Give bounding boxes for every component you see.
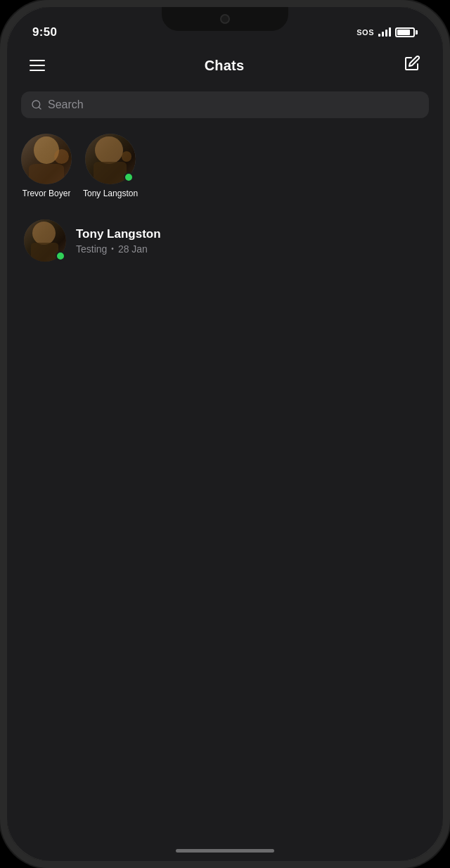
chat-preview-tony: Testing • 28 Jan: [76, 243, 426, 255]
chat-name-tony: Tony Langston: [76, 227, 426, 241]
story-avatar-wrap: [21, 134, 72, 184]
chat-item-tony-langston[interactable]: Tony Langston Testing • 28 Jan: [18, 211, 432, 270]
chat-list: Tony Langston Testing • 28 Jan: [7, 211, 443, 270]
search-icon: [31, 99, 42, 110]
compose-icon: [404, 55, 420, 72]
chat-dot: •: [111, 245, 114, 253]
chat-info-tony: Tony Langston Testing • 28 Jan: [76, 227, 426, 255]
search-bar[interactable]: Search: [21, 91, 429, 118]
story-name-trevor: Trevor Boyer: [22, 189, 71, 198]
status-time: 9:50: [32, 25, 57, 39]
menu-button[interactable]: [27, 57, 48, 74]
nav-bar: Chats: [7, 45, 443, 87]
notch: [162, 7, 288, 31]
chat-preview-text: Testing: [76, 243, 107, 255]
online-indicator-tony-story: [124, 172, 134, 182]
page-title: Chats: [205, 58, 245, 74]
online-indicator-tony-chat: [56, 251, 65, 261]
compose-button[interactable]: [401, 52, 423, 79]
chat-date: 28 Jan: [118, 243, 148, 255]
battery-icon: [395, 27, 418, 37]
sos-badge: SOS: [356, 28, 374, 37]
search-placeholder: Search: [48, 98, 419, 111]
screen: 9:50 SOS: [7, 7, 443, 861]
story-avatar-trevor: [21, 134, 72, 184]
wifi-icon: [378, 28, 391, 37]
home-indicator: [176, 849, 274, 853]
search-container: Search: [7, 87, 443, 128]
stories-row: Trevor Boyer Tony Langston: [7, 128, 443, 211]
story-name-tony: Tony Langston: [83, 189, 138, 198]
status-icons: SOS: [356, 27, 418, 37]
story-item-tony-langston[interactable]: Tony Langston: [83, 134, 138, 198]
phone-frame: 9:50 SOS: [0, 0, 450, 868]
story-avatar-wrap-tony: [85, 134, 136, 184]
chat-avatar-wrap: [24, 219, 66, 262]
camera-notch: [220, 14, 230, 24]
story-item-trevor-boyer[interactable]: Trevor Boyer: [21, 134, 72, 198]
